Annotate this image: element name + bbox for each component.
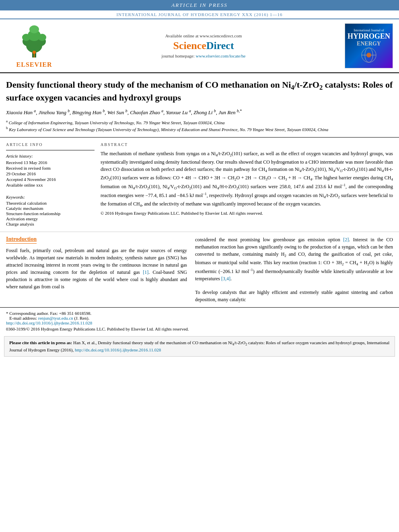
article-info-col: ARTICLE INFO Article history: Received 1…	[6, 142, 95, 227]
abstract-text: The mechanism of methane synthesis from …	[101, 150, 393, 208]
hydrogen-globe-icon	[357, 47, 381, 63]
available-online: Available online xxx	[6, 183, 95, 187]
intro-right-text: considered the most promising low greenh…	[195, 236, 393, 282]
author-email-link[interactable]: renjun@tyut.edu.cn	[38, 316, 73, 320]
body-right-col: considered the most promising low greenh…	[195, 236, 393, 303]
elsevier-brand-text: ELSEVIER	[16, 61, 52, 68]
intro-left-text: Fossil fuels, primarily coal, petroleum …	[6, 247, 187, 290]
email-line: E-mail address: renjun@tyut.edu.cn (J. R…	[6, 316, 393, 320]
revised-label: Received in revised form	[6, 166, 95, 170]
accepted-date: Accepted 4 November 2016	[6, 177, 95, 182]
svg-point-8	[33, 51, 36, 54]
header-area: ELSEVIER Available online at www.science…	[0, 19, 399, 73]
hydrogen-energy-logo: International Journal of HYDROGEN ENERGY	[345, 23, 393, 68]
received-date: Received 13 May 2016	[6, 160, 95, 165]
doi-link[interactable]: http://dx.doi.org/10.1016/j.ijhydene.201…	[6, 320, 92, 325]
abstract-copyright: © 2016 Hydrogen Energy Publications LLC.…	[101, 211, 393, 216]
article-main-title: Density functional theory study of the m…	[6, 79, 393, 103]
elsevier-tree-icon	[16, 23, 52, 60]
intro-right-text-2: To develop catalysts that are highly eff…	[195, 289, 393, 303]
journal-homepage-link[interactable]: www.elsevier.com/locate/he	[196, 53, 246, 58]
abstract-col: ABSTRACT The mechanism of methane synthe…	[101, 142, 393, 227]
citation-box: Please cite this article in press as: Ha…	[4, 336, 395, 357]
citation-doi-link[interactable]: http://dx.doi.org/10.1016/j.ijhydene.201…	[75, 347, 161, 352]
abstract-heading: ABSTRACT	[101, 142, 393, 147]
journal-homepage: journal homepage: www.elsevier.com/locat…	[162, 53, 246, 58]
doi-line: http://dx.doi.org/10.1016/j.ijhydene.201…	[6, 320, 393, 325]
article-in-press-banner: ARTICLE IN PRESS	[0, 0, 399, 10]
keyword-5: Charge analysis	[6, 222, 95, 226]
introduction-title: Introduction	[6, 236, 37, 244]
journal-title-bar: INTERNATIONAL JOURNAL OF HYDROGEN ENERGY…	[0, 10, 399, 19]
keywords-label: Keywords:	[6, 195, 95, 199]
body-section: Introduction Fossil fuels, primarily coa…	[0, 232, 399, 307]
footer-copyright: 0360-3199/© 2016 Hydrogen Energy Publica…	[6, 327, 393, 331]
keyword-2: Catalytic mechanism	[6, 206, 95, 211]
article-info-abstract-section: ARTICLE INFO Article history: Received 1…	[0, 138, 399, 232]
keyword-4: Activation energy	[6, 216, 95, 221]
available-online-text: Available online at www.sciencedirect.co…	[165, 33, 242, 38]
affiliation-a: a College of Information Engineering, Ta…	[6, 119, 393, 125]
svg-point-5	[22, 34, 30, 41]
article-title-section: Density functional theory study of the m…	[0, 73, 399, 138]
please-cite-label: Please cite this article in press as:	[9, 340, 72, 345]
body-left-col: Introduction Fossil fuels, primarily coa…	[6, 236, 187, 303]
corresponding-author: * Corresponding author. Fax: +86 351 601…	[6, 311, 393, 316]
keyword-3: Structure-function relationship	[6, 211, 95, 216]
authors-list: Xiaoxia Han a, Jinzhou Yang b, Bingying …	[6, 108, 393, 115]
elsevier-logo: ELSEVIER	[6, 23, 62, 68]
sciencedirect-logo: ScienceDirect	[173, 40, 234, 52]
revised-date: 29 October 2016	[6, 171, 95, 176]
article-history-label: Article history:	[6, 154, 95, 158]
article-info-heading: ARTICLE INFO	[6, 142, 95, 147]
journal-title-text: INTERNATIONAL JOURNAL OF HYDROGEN ENERGY…	[116, 12, 282, 17]
svg-point-6	[38, 34, 46, 41]
affiliation-b: b Key Laboratory of Coal Science and Tec…	[6, 126, 393, 132]
svg-point-13	[366, 53, 371, 58]
header-center: Available online at www.sciencedirect.co…	[66, 23, 341, 68]
banner-text: ARTICLE IN PRESS	[171, 2, 228, 8]
keyword-1: Theoretical calculation	[6, 201, 95, 205]
footnotes-section: * Corresponding author. Fax: +86 351 601…	[0, 307, 399, 333]
svg-point-7	[29, 25, 39, 33]
